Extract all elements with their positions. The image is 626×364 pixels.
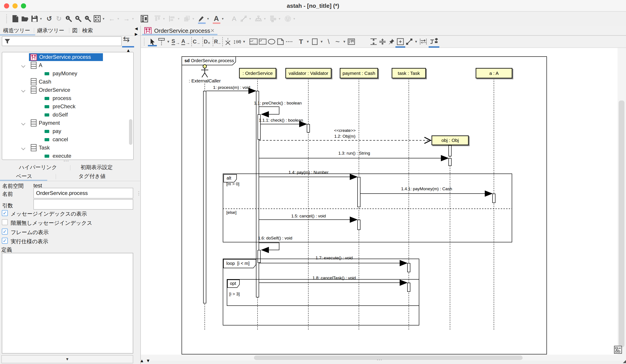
tab-search[interactable]: 検索	[82, 27, 93, 34]
toolbar-drag-handle[interactable]	[144, 38, 145, 45]
message-label[interactable]: 1.7: execute() : void	[316, 255, 353, 260]
undo-icon[interactable]: ↺	[45, 14, 53, 24]
fit-zoom-dropdown[interactable]: ▾	[103, 17, 106, 21]
resize-grip-icon[interactable]	[623, 360, 626, 363]
curve-tool-dropdown[interactable]: ▼	[343, 40, 346, 43]
ellipse-tool-icon[interactable]	[268, 37, 275, 46]
text-tool-dropdown[interactable]: ▼	[306, 40, 310, 43]
bottom-grip[interactable]: ⋯	[377, 357, 383, 363]
link-tool-icon[interactable]	[405, 37, 413, 46]
span-adjust-icon[interactable]	[419, 37, 427, 46]
tab-diagram[interactable]: 図	[72, 27, 78, 34]
curve-tool-icon[interactable]: ~	[334, 37, 341, 46]
message-label[interactable]: 1.1.1: check() : boolean	[259, 118, 303, 123]
opt-guard[interactable]: [i > 3]	[229, 292, 240, 296]
sort-swap-icon[interactable]: ⇆	[123, 35, 130, 44]
tree-item-label[interactable]: process	[53, 95, 71, 101]
font-color-dropdown[interactable]: ▾	[222, 17, 226, 21]
zoom-out-icon[interactable]	[83, 14, 92, 24]
message-label[interactable]: 1.4: pay(m) : Number	[288, 170, 329, 175]
checkbox-show-execution-spec[interactable]: ✓	[2, 238, 8, 244]
tab-hyperlink[interactable]: ハイパーリンク	[19, 164, 57, 171]
auto-layout-icon[interactable]	[430, 37, 438, 46]
tree-item-label[interactable]: preCheck	[53, 103, 76, 110]
opt-fragment[interactable]	[227, 279, 419, 306]
checkbox-label[interactable]: フレームの表示	[11, 229, 49, 236]
page-up-icon[interactable]: ▲	[140, 358, 144, 363]
tree-item-label[interactable]: OrderService	[39, 87, 70, 93]
link-tool-dropdown[interactable]: ▼	[414, 40, 418, 43]
message-label[interactable]: 1.3: run() : String	[338, 151, 370, 156]
alt-fragment[interactable]	[223, 173, 512, 242]
checkbox-flat-message-index[interactable]: ✓	[2, 219, 8, 225]
expand-vertical-icon[interactable]	[370, 37, 377, 46]
line-tool-icon[interactable]: \	[325, 37, 332, 46]
zoom-actual-icon[interactable]	[64, 14, 72, 24]
page-down-icon[interactable]: ▼	[146, 358, 150, 363]
checkbox-label[interactable]: メッセージインデックスの表示	[11, 210, 87, 217]
message-label[interactable]: 1.1: preCheck() : boolean	[254, 101, 302, 106]
message-label[interactable]: 1.4.1: payMoney(m) : Cash	[401, 186, 452, 191]
rect-tool-icon[interactable]	[311, 37, 318, 46]
args-field[interactable]	[34, 199, 133, 210]
tree-item-label[interactable]: pay	[53, 128, 61, 134]
zoom-in-icon[interactable]	[74, 14, 82, 24]
toolbar-drag-handle[interactable]	[6, 14, 7, 23]
image-tool-icon[interactable]	[348, 37, 355, 46]
reply-message-tool-icon[interactable]: R←	[213, 37, 223, 46]
fill-color-icon[interactable]	[197, 14, 206, 24]
tree-item-label[interactable]: A	[39, 62, 42, 68]
vertical-scrollbar-thumb[interactable]	[619, 100, 625, 347]
tree-item-label[interactable]: Cash	[39, 79, 51, 85]
tab-base[interactable]: ベース	[16, 173, 32, 180]
alt-guard[interactable]: [m > 0]	[226, 182, 239, 186]
tree-filter-input[interactable]	[2, 36, 122, 46]
lifeline-tool-dropdown[interactable]: ▼	[167, 40, 170, 43]
async-message-tool-icon[interactable]: A→	[181, 37, 190, 46]
note-tool-icon[interactable]	[277, 37, 284, 46]
panel-edge-grip[interactable]: ⋮	[136, 191, 141, 196]
lifeline-tool-icon[interactable]	[158, 37, 165, 46]
message-label[interactable]: 1: process(m) : void	[213, 85, 250, 90]
vertical-scrollbar[interactable]	[618, 48, 626, 355]
fit-zoom-icon[interactable]	[93, 14, 101, 24]
save-dropdown[interactable]: ▾	[40, 17, 44, 21]
checkbox-label[interactable]: 階層無しメッセージインデックス	[11, 219, 92, 227]
message-stereotype[interactable]: <<create>>	[334, 128, 355, 133]
pointer-tool-icon[interactable]	[149, 37, 156, 46]
duration-tool-icon[interactable]: ↕{d}	[233, 37, 241, 46]
rect-tool-dropdown[interactable]: ▼	[320, 40, 323, 43]
tree-item-label[interactable]: Payment	[39, 120, 60, 126]
text-tool-icon[interactable]: T	[297, 37, 305, 46]
diagram-list-icon[interactable]	[140, 14, 148, 24]
diagram-navigator-icon[interactable]	[614, 346, 622, 354]
message-label[interactable]: 1.5: cancel() : void	[291, 214, 326, 219]
checkbox-show-message-index[interactable]: ✓	[2, 210, 8, 216]
chevron-down-icon[interactable]	[21, 88, 25, 92]
duration-tool-dropdown[interactable]: ▼	[242, 40, 246, 43]
save-icon[interactable]	[31, 14, 39, 24]
destroy-message-tool-icon[interactable]: D✕	[202, 37, 211, 46]
structure-tree[interactable]: OrderService.process A payMoney Cash Ord…	[2, 52, 134, 160]
chevron-down-icon[interactable]	[21, 64, 25, 68]
tree-item-label[interactable]: Task	[39, 145, 50, 151]
diagram-canvas[interactable]: sd OrderService.process : ExternalCaller…	[141, 48, 618, 355]
open-file-icon[interactable]	[21, 14, 29, 24]
add-frame-icon[interactable]	[396, 37, 404, 46]
combined-fragment-tool-icon[interactable]	[249, 37, 258, 46]
compress-vertical-icon[interactable]	[379, 37, 386, 46]
message-label[interactable]: 1.6: doSelf() : void	[258, 236, 292, 241]
horizontal-scrollbar[interactable]	[141, 355, 626, 361]
pin-icon[interactable]	[388, 37, 395, 46]
fill-color-dropdown[interactable]: ▾	[207, 17, 211, 21]
checkbox-show-frame[interactable]: ✓	[2, 229, 8, 235]
tree-scrollbar[interactable]	[129, 119, 132, 145]
definition-textarea[interactable]	[2, 253, 133, 354]
font-color-icon[interactable]: A	[212, 14, 220, 24]
stop-tool-icon[interactable]	[224, 37, 232, 46]
panel-scroll-down-button[interactable]: ▼	[1, 355, 133, 363]
tree-item-label[interactable]: doSelf	[53, 112, 68, 118]
sync-message-tool-icon[interactable]: S→	[172, 37, 180, 46]
new-file-icon[interactable]	[11, 14, 19, 24]
create-message-tool-icon[interactable]: C→	[191, 37, 201, 46]
